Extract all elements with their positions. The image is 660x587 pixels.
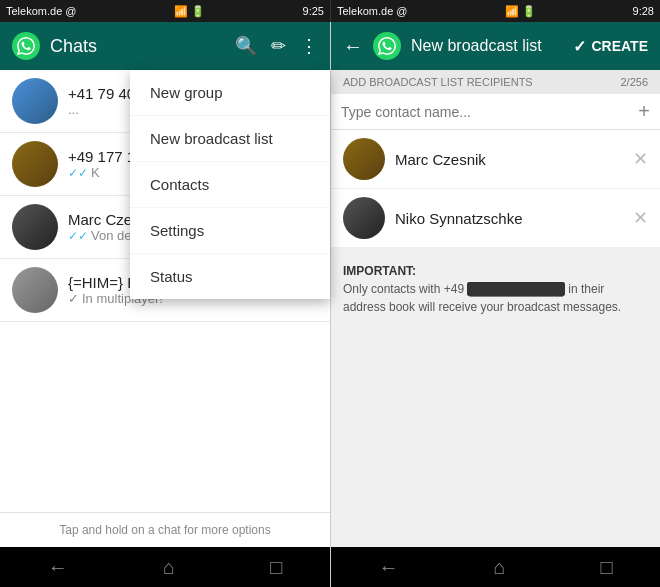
- whatsapp-logo: [12, 32, 40, 60]
- add-recipients-text: ADD BROADCAST LIST RECIPIENTS: [343, 76, 533, 88]
- important-label: IMPORTANT:: [343, 264, 416, 278]
- home-button-left[interactable]: ⌂: [163, 556, 175, 579]
- nav-bar-right: ← ⌂ □: [331, 547, 660, 587]
- recipient-name-2: Niko Synnatzschke: [395, 210, 623, 227]
- broadcast-header: ← New broadcast list ✓ CREATE: [331, 22, 660, 70]
- compose-icon[interactable]: ✏: [271, 35, 286, 57]
- dropdown-item-new-group[interactable]: New group: [130, 70, 330, 116]
- dropdown-item-settings[interactable]: Settings: [130, 208, 330, 254]
- status-bar-left: Telekom.de @ 📶 🔋 9:25: [0, 0, 330, 22]
- back-button-left[interactable]: ←: [48, 556, 68, 579]
- add-contact-icon[interactable]: +: [638, 100, 650, 123]
- carrier-right: Telekom.de @: [337, 5, 407, 17]
- recent-button-right[interactable]: □: [600, 556, 612, 579]
- signal-icon-right: 📶: [505, 5, 519, 18]
- back-icon[interactable]: ←: [343, 35, 363, 58]
- dropdown-item-status[interactable]: Status: [130, 254, 330, 299]
- recipient-avatar-1: [343, 138, 385, 180]
- important-notice: IMPORTANT: Only contacts with +49 ██████…: [331, 248, 660, 330]
- recent-button-left[interactable]: □: [270, 556, 282, 579]
- create-label: CREATE: [591, 38, 648, 54]
- remove-recipient-2[interactable]: ✕: [633, 207, 648, 229]
- carrier-left: Telekom.de @: [6, 5, 76, 17]
- chats-header: Chats 🔍 ✏ ⋮: [0, 22, 330, 70]
- status-bar-right: Telekom.de @ 📶 🔋 9:28: [330, 0, 660, 22]
- recipients-count: 2/256: [620, 76, 648, 88]
- chats-title: Chats: [50, 36, 225, 57]
- recipient-avatar-2: [343, 197, 385, 239]
- bottom-hint: Tap and hold on a chat for more options: [0, 512, 330, 547]
- remove-recipient-1[interactable]: ✕: [633, 148, 648, 170]
- contact-search-input[interactable]: [341, 104, 630, 120]
- right-spacer: [331, 330, 660, 547]
- signal-icon-left: 📶: [174, 5, 188, 18]
- notice-text: Only contacts with +49 ███████████ in th…: [343, 282, 621, 314]
- dropdown-item-contacts[interactable]: Contacts: [130, 162, 330, 208]
- dropdown-item-broadcast[interactable]: New broadcast list: [130, 116, 330, 162]
- back-button-right[interactable]: ←: [378, 556, 398, 579]
- redacted-number: ███████████: [467, 282, 565, 296]
- battery-icon-right: 🔋: [522, 5, 536, 18]
- recipient-item-1: Marc Czesnik ✕: [331, 130, 660, 189]
- avatar-4: [12, 267, 58, 313]
- home-button-right[interactable]: ⌂: [493, 556, 505, 579]
- broadcast-title: New broadcast list: [411, 37, 563, 55]
- time-right: 9:28: [633, 5, 654, 17]
- broadcast-logo: [373, 32, 401, 60]
- search-icon[interactable]: 🔍: [235, 35, 257, 57]
- nav-bar-left: ← ⌂ □: [0, 547, 330, 587]
- left-panel: Chats 🔍 ✏ ⋮ +41 79 40... ...: [0, 22, 330, 587]
- avatar-3: [12, 204, 58, 250]
- check-icon: ✓: [573, 37, 586, 56]
- more-menu-icon[interactable]: ⋮: [300, 35, 318, 57]
- avatar-2: [12, 141, 58, 187]
- recipients-label: ADD BROADCAST LIST RECIPIENTS 2/256: [331, 70, 660, 94]
- right-panel: ← New broadcast list ✓ CREATE ADD BROADC…: [330, 22, 660, 587]
- time-left: 9:25: [303, 5, 324, 17]
- avatar-1: [12, 78, 58, 124]
- recipient-item-2: Niko Synnatzschke ✕: [331, 189, 660, 248]
- recipient-name-1: Marc Czesnik: [395, 151, 623, 168]
- battery-icon-left: 🔋: [191, 5, 205, 18]
- search-container: +: [331, 94, 660, 130]
- dropdown-menu: New group New broadcast list Contacts Se…: [130, 70, 330, 299]
- create-button[interactable]: ✓ CREATE: [573, 37, 648, 56]
